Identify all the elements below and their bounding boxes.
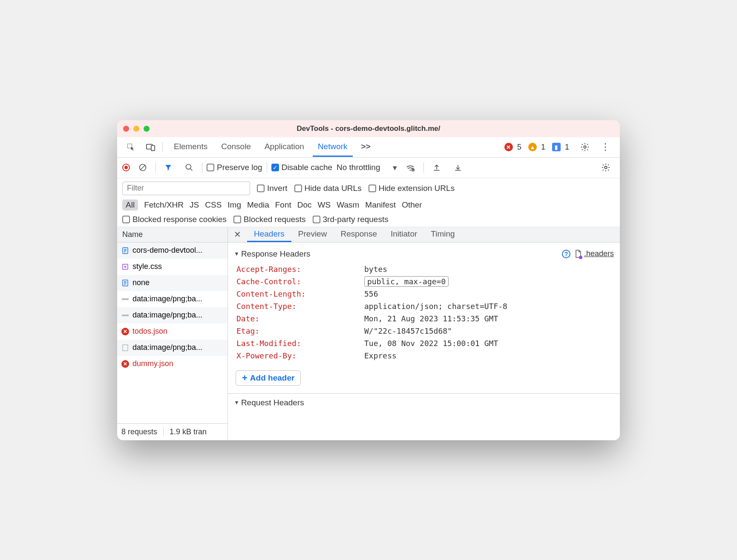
column-header-name[interactable]: Name [117,227,227,242]
header-name: Etag: [236,326,364,335]
header-name: Content-Length: [236,289,364,298]
divider [267,162,267,173]
request-row[interactable]: data:image/png;ba... [117,291,227,307]
more-tabs-icon[interactable]: >> [356,138,376,157]
blocked-requests-checkbox[interactable]: Blocked requests [233,215,306,224]
filter-type-all[interactable]: All [122,199,138,211]
download-har-icon[interactable] [449,161,466,174]
header-row: Etag:W/"22c-18457c15d68" [236,325,614,337]
detail-tab-response[interactable]: Response [334,227,384,242]
network-split: Name cors-demo-devtool...style.cssnoneda… [117,227,620,440]
filter-type-img[interactable]: Img [227,200,241,210]
inspect-element-icon[interactable] [122,140,139,154]
filter-type-ws[interactable]: WS [318,200,331,210]
divider [155,162,156,173]
upload-har-icon[interactable] [428,161,445,174]
error-count[interactable]: 5 [517,143,521,152]
minimize-window-icon[interactable] [133,126,139,132]
request-row[interactable]: data:image/png;ba... [117,340,227,356]
close-window-icon[interactable] [123,126,129,132]
filter-type-other[interactable]: Other [402,200,422,210]
response-headers-section[interactable]: ▼ Response Headers ? .headers [228,247,620,261]
network-settings-icon[interactable] [597,160,615,175]
invert-checkbox[interactable]: Invert [257,184,288,193]
filter-type-js[interactable]: JS [190,200,199,210]
header-value: bytes [364,265,614,274]
footer-request-count: 8 requests [121,427,157,436]
header-value: application/json; charset=UTF-8 [364,302,614,311]
network-conditions-icon[interactable] [401,161,419,174]
search-icon[interactable] [181,161,198,174]
detail-tab-timing[interactable]: Timing [424,227,461,242]
tab-console[interactable]: Console [216,138,256,157]
filter-type-wasm[interactable]: Wasm [337,200,359,210]
devtools-window: DevTools - cors-demo-devtools.glitch.me/… [117,120,620,440]
image-icon [121,344,129,352]
svg-point-11 [605,166,607,169]
request-name: data:image/png;ba... [132,311,202,320]
issue-badge-icon[interactable]: ▮ [552,143,561,151]
zoom-window-icon[interactable] [144,126,150,132]
filter-input[interactable] [122,182,250,195]
filter-type-media[interactable]: Media [247,200,269,210]
disable-cache-checkbox[interactable]: ✓Disable cache [271,163,332,172]
error-badge-icon[interactable]: ✕ [504,143,513,151]
more-options-icon[interactable]: ⋮ [596,139,615,155]
override-file-link[interactable]: .headers [584,249,614,258]
filter-type-font[interactable]: Font [275,200,291,210]
divider [163,427,164,436]
filter-type-css[interactable]: CSS [205,200,222,210]
image-icon [121,295,129,303]
filter-toggle-icon[interactable] [160,161,176,174]
blocked-response-cookies-checkbox[interactable]: Blocked response cookies [122,215,227,224]
close-detail-icon[interactable]: ✕ [228,229,247,240]
request-headers-section[interactable]: ▼ Request Headers [228,394,620,410]
preserve-log-checkbox[interactable]: Preserve log [207,163,262,172]
filter-type-fetch[interactable]: Fetch/XHR [144,200,184,210]
filter-type-doc[interactable]: Doc [297,200,312,210]
panel-toolbar: Elements Console Application Network >> … [117,137,620,158]
request-row[interactable]: cors-demo-devtool... [117,242,227,259]
add-header-button[interactable]: + Add header [236,370,301,386]
request-row[interactable]: data:image/png;ba... [117,307,227,323]
request-row[interactable]: ✕dummy.json [117,356,227,372]
override-file-icon[interactable] [575,250,582,258]
request-row[interactable]: style.css [117,259,227,275]
detail-tab-preview[interactable]: Preview [291,227,334,242]
clear-icon[interactable] [134,161,151,174]
chevron-down-icon: ▾ [393,163,397,173]
request-list-pane: Name cors-demo-devtool...style.cssnoneda… [117,227,228,440]
header-row: Date:Mon, 21 Aug 2023 11:53:35 GMT [236,312,614,325]
help-icon[interactable]: ? [562,250,570,258]
header-row: Accept-Ranges:bytes [236,263,614,275]
warning-count[interactable]: 1 [541,143,545,152]
tab-network[interactable]: Network [313,138,353,157]
request-name: data:image/png;ba... [132,343,202,352]
throttling-select[interactable]: No throttling ▾ [337,163,397,173]
warning-badge-icon[interactable]: ▲ [528,143,537,151]
svg-rect-23 [123,345,128,351]
filter-type-manifest[interactable]: Manifest [365,200,396,210]
traffic-lights [123,126,150,132]
hide-extension-urls-checkbox[interactable]: Hide extension URLs [368,184,455,193]
request-row[interactable]: none [117,275,227,291]
detail-tab-headers[interactable]: Headers [247,227,291,242]
request-row[interactable]: ✕todos.json [117,323,227,340]
issue-count[interactable]: 1 [565,143,569,152]
device-toolbar-icon[interactable] [142,140,160,154]
header-value[interactable]: public, max-age=0 [364,277,614,286]
tab-application[interactable]: Application [259,138,309,157]
svg-rect-21 [122,298,129,300]
settings-icon[interactable] [576,140,594,154]
svg-point-3 [584,146,586,148]
tab-elements[interactable]: Elements [169,138,213,157]
stylesheet-icon [121,263,129,271]
divider [423,162,424,173]
record-icon[interactable] [122,164,130,171]
disable-cache-label: Disable cache [282,163,332,172]
hide-data-urls-checkbox[interactable]: Hide data URLs [294,184,362,193]
detail-tab-initiator[interactable]: Initiator [384,227,424,242]
detail-body: ▼ Response Headers ? .headers Accept-Ran… [228,242,620,440]
request-name: style.css [132,262,162,271]
third-party-requests-checkbox[interactable]: 3rd-party requests [313,215,389,224]
